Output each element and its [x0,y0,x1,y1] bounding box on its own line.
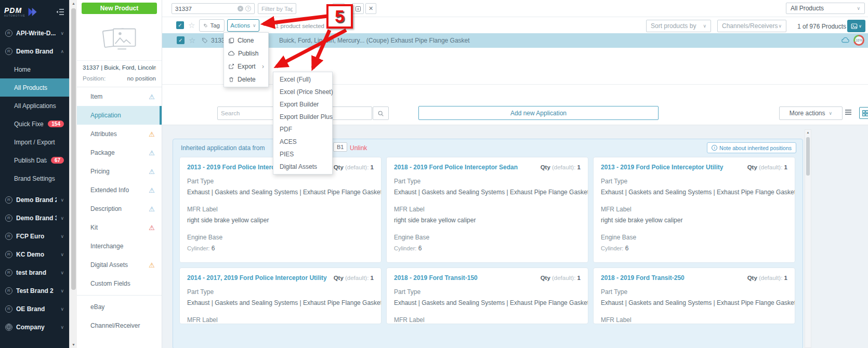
submenu-item-pdf[interactable]: PDF [273,123,332,136]
scrollbar-thumb[interactable] [806,137,810,176]
grid-view-button[interactable] [859,107,868,119]
scroll-down-icon[interactable]: ▼ [70,343,77,346]
chevron-down-icon: ∨ [703,23,706,29]
all-products-select[interactable]: All Products ∨ [786,3,865,14]
product-search-input[interactable]: ✕ ? [172,3,255,14]
sort-products-select[interactable]: Sort products by ∨ [646,20,711,32]
sidebar-item-home[interactable]: Home [0,60,69,78]
scroll-up-icon[interactable]: ▲ [805,131,811,134]
application-link[interactable]: 2018 - 2019 Ford Transit-150 [394,274,478,282]
section-tab-pricing[interactable]: Pricing⚠ [77,162,162,181]
star-icon[interactable]: ☆ [189,36,195,44]
submenu-item-export-builder-plus[interactable]: Export Builder Plus [273,111,332,123]
section-tab-package[interactable]: Package⚠ [77,143,162,162]
application-link[interactable]: 2014 - 2017, 2019 Ford Police Intercepto… [187,274,327,282]
panel-scrollbar[interactable]: ▲ [805,129,811,348]
tag-icon[interactable] [202,37,208,45]
sidebar-item-publish-data[interactable]: Publish Data67 [0,151,69,169]
section-tab-application[interactable]: Application [77,106,162,125]
application-link[interactable]: 2018 - 2019 Ford Transit-250 [601,274,685,282]
sidebar-brand-kc-demo[interactable]: RKC Demo∨ [0,245,69,263]
menu-item-publish[interactable]: Publish [224,47,268,60]
grid-icon [862,110,868,117]
section-tab-channel-receiver[interactable]: Channel/Receiver [77,316,162,335]
product-meta: 31337 | Buick, Ford, Lincoln, ... Positi… [77,61,162,87]
application-content: Inherited application data from B1 Unlin… [162,125,868,348]
application-card: 2018 - 2019 Ford Transit-150Qty (default… [386,267,588,324]
section-tab-interchange[interactable]: Interchange [77,237,162,256]
sidebar-item-label: Publish Data [14,157,47,164]
mfr-value: right side brake yellow caliper [394,217,581,224]
pdm-logo[interactable]: PDMAUTOMOTIVE [4,7,39,18]
sidebar-item-import-export[interactable]: Import / Export [0,133,69,151]
sidebar-brand-company[interactable]: Company∨ [0,318,69,336]
submenu-item-aces[interactable]: ACES [273,136,332,148]
application-link[interactable]: 2013 - 2019 Ford Police Interceptor Util… [601,164,723,171]
scrollbar-thumb[interactable] [71,8,76,290]
more-actions-button[interactable]: More actions ∨ [779,106,843,120]
application-link[interactable]: 2018 - 2019 Ford Police Interceptor Seda… [394,164,518,171]
list-view-button[interactable] [844,108,852,118]
new-product-button[interactable]: New Product [82,3,157,14]
section-tab-attributes[interactable]: Attributes⚠ [77,125,162,143]
select-all-checkbox[interactable]: ✓ [176,21,184,29]
sidebar-item-all-products[interactable]: All Products [0,78,69,97]
scroll-up-icon[interactable]: ▲ [70,2,77,5]
add-application-button[interactable]: Add new Application [418,106,659,120]
search-input[interactable] [175,6,235,12]
star-icon[interactable]: ☆ [188,21,195,29]
product-title: Buick, Ford, Lincoln, Mercury... (Coupe)… [279,37,470,44]
menu-item-export[interactable]: Export› [224,60,268,73]
engine-base-label: Engine Base [601,234,787,241]
search-help-icon[interactable]: ? [245,6,251,11]
submenu-item-digital-assets[interactable]: Digital Assets [273,160,332,173]
main-area: ✕ ? ✕ All Products ∨ ✓ ☆ [162,0,868,348]
sidebar: PDMAUTOMOTIVE RAPI-Write-D...∨RDemo Bran… [0,0,69,348]
unlink-link[interactable]: Unlink [350,144,367,152]
sidebar-brand-demo-brand-2[interactable]: RDemo Brand 2∨ [0,191,69,209]
actions-button[interactable]: Actions ∨ [227,19,259,32]
menu-item-delete[interactable]: Delete [224,73,268,86]
section-tab-extended-info[interactable]: Extended Info⚠ [77,181,162,199]
gallery-view-button[interactable]: ∨ [847,20,865,32]
note-inherited-positions-button[interactable]: i Note about inherited positions [707,142,796,153]
submenu-item-excel-full[interactable]: Excel (Full) [273,73,332,86]
saved-filters-button[interactable] [352,3,364,14]
part-type-value: Exhaust | Gaskets and Sealing Systems | … [394,189,581,196]
submenu-item-pies[interactable]: PIES [273,148,332,160]
sidebar-scrollbar[interactable]: ▲ ▼ [69,0,77,348]
tag-button[interactable]: Tag [199,19,225,32]
section-tab-ebay[interactable]: eBay [77,298,162,316]
submenu-item-excel-price-sheet[interactable]: Excel (Price Sheet) [273,86,332,98]
sidebar-brand-demo-brand-3[interactable]: RDemo Brand 3∨ [0,209,69,227]
sidebar-brand-fcp-euro[interactable]: RFCP Euro∨ [0,227,69,245]
menu-item-clone[interactable]: Clone [224,34,268,47]
section-tab-item[interactable]: Item⚠ [77,87,162,106]
sidebar-item-quick-fixes[interactable]: Quick Fixes154 [0,115,69,133]
sidebar-brand-api-write-d[interactable]: RAPI-Write-D...∨ [0,24,69,42]
mfr-value: right side brake yellow caliper [601,217,787,224]
sidebar-brand-demo-brand[interactable]: RDemo Brand∧ [0,42,69,60]
sidebar-item-all-applications[interactable]: All Applications [0,97,69,115]
submenu-item-export-builder[interactable]: Export Builder [273,98,332,111]
section-tab-kit[interactable]: Kit⚠ [77,218,162,237]
channels-receivers-select[interactable]: Channels/Receivers ∨ [717,20,786,32]
sidebar-brand-oe-brand[interactable]: ROE Brand∨ [0,300,69,318]
product-thumbnail[interactable] [77,16,162,61]
clear-search-icon[interactable]: ✕ [238,6,243,11]
brand-label: Company [16,324,45,331]
sidebar-brand-test-brand-2[interactable]: RTest Brand 2∨ [0,282,69,300]
row-checkbox[interactable]: ✓ [177,36,185,44]
cloud-icon[interactable] [841,37,850,45]
search-button[interactable] [373,106,389,120]
section-tab-description[interactable]: Description⚠ [77,199,162,218]
filter-by-tag-input[interactable] [261,6,293,12]
mfr-label: MFR Label [601,316,787,324]
section-tab-digital-assets[interactable]: Digital Assets⚠ [77,256,162,274]
sidebar-collapse-icon[interactable] [56,8,65,16]
sidebar-brand-test-brand[interactable]: Rtest brand∨ [0,263,69,282]
sidebar-item-brand-settings[interactable]: Brand Settings [0,169,69,188]
clear-filters-button[interactable]: ✕ [365,3,376,14]
tag-filter-input[interactable] [258,3,296,14]
section-tab-custom-fields[interactable]: Custom Fields [77,274,162,293]
